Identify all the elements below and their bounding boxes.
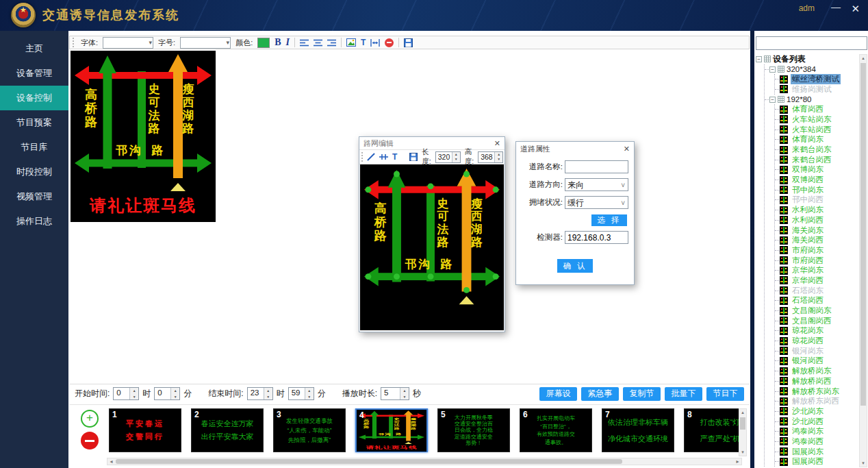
schedule-button-1[interactable]: 紧急事件 — [581, 387, 619, 401]
collapse-icon[interactable]: − — [756, 56, 762, 62]
align-right-icon[interactable] — [327, 38, 336, 48]
save-icon[interactable] — [404, 38, 413, 48]
device-node[interactable]: 沙北岗西 — [775, 417, 858, 427]
device-node[interactable]: 银河岗东 — [775, 346, 858, 356]
text-icon[interactable]: T — [392, 152, 397, 162]
sidebar-item-6[interactable]: 视频管理 — [0, 184, 68, 209]
device-node[interactable]: 双博岗东 — [775, 165, 858, 175]
playlist-item-4[interactable]: 4高桥路史可法路路邗沟瘦西湖路请礼让斑马线 — [355, 408, 428, 452]
scrollbar-thumb[interactable] — [740, 417, 745, 430]
device-node[interactable]: 京华岗东 — [775, 265, 858, 275]
playlist-item-2[interactable]: 2春运安全连万家出行平安靠大家 — [191, 408, 264, 452]
device-node[interactable]: 沙北岗东 — [775, 406, 858, 417]
start-min-spinner[interactable]: 0▲▼ — [154, 387, 180, 400]
remove-program-button[interactable] — [81, 432, 99, 449]
road-direction-dropdown[interactable]: 来向 — [565, 178, 628, 191]
scroll-up-icon[interactable]: ▴ — [860, 56, 867, 61]
save-icon[interactable] — [409, 152, 418, 162]
device-node[interactable]: 国展岗西 — [775, 457, 858, 467]
device-node[interactable]: 解放桥岗东 — [775, 366, 858, 376]
sidebar-item-1[interactable]: 设备管理 — [0, 61, 68, 86]
playlist-item-3[interactable]: 3发生轻微交通事故“人未伤，车能动”先拍照，后撤离” — [273, 408, 346, 452]
device-node[interactable]: 鸿泰岗西 — [775, 436, 858, 447]
playlist-item-1[interactable]: 1平安春运交警同行 — [109, 408, 181, 452]
bold-button[interactable]: B — [275, 38, 281, 47]
sidebar-item-3[interactable]: 节目预案 — [0, 110, 68, 135]
playlist-item-7[interactable]: 7依法治理非标车辆净化城市交通环境 — [602, 408, 674, 452]
scrollbar-thumb[interactable] — [860, 63, 866, 406]
scroll-up-icon[interactable]: ▴ — [739, 410, 746, 415]
schedule-button-0[interactable]: 屏幕设置 — [539, 387, 577, 401]
node-icon[interactable] — [379, 152, 388, 162]
device-node[interactable]: 体育岗东 — [775, 135, 858, 145]
device-node[interactable]: 水利岗东 — [775, 205, 858, 215]
collapse-icon[interactable]: − — [769, 66, 776, 73]
dialog-close-icon[interactable]: ✕ — [624, 142, 630, 156]
detector-input[interactable] — [567, 232, 626, 244]
tree-root[interactable]: −设备列表 — [756, 54, 858, 64]
device-node[interactable]: 水利岗西 — [775, 215, 858, 225]
editor-canvas[interactable]: 高桥路史可法路路邗沟瘦西湖路请礼让斑马线 路网编辑 ✕ T 长度: 320▲▼ … — [69, 51, 750, 382]
tree-group-320*384[interactable]: −320*384 — [765, 64, 858, 75]
stop-icon[interactable] — [385, 38, 394, 47]
scroll-down-icon[interactable]: ▾ — [739, 449, 746, 455]
device-node[interactable]: 来鹤台岗东 — [775, 145, 858, 155]
device-node[interactable]: 琼花岗东 — [775, 326, 858, 336]
device-node[interactable]: 京华岗西 — [775, 275, 858, 286]
device-search-input[interactable] — [756, 36, 867, 50]
playlist-item-8[interactable]: 8打击改装“灯严查严处“机 — [684, 408, 741, 452]
sidebar-item-4[interactable]: 节目库 — [0, 135, 68, 160]
device-node[interactable]: 文昌阁岗西 — [775, 316, 858, 326]
device-node[interactable]: 解放桥岗西 — [775, 376, 858, 386]
align-center-icon[interactable] — [314, 38, 322, 48]
device-node[interactable]: 解放桥东岗东 — [775, 386, 858, 397]
playlist-vertical-scrollbar[interactable]: ▴ ▾ — [739, 408, 747, 456]
minimize-icon[interactable]: — — [831, 1, 841, 12]
device-node[interactable]: 来鹤台岗西 — [775, 155, 858, 165]
sidebar-item-7[interactable]: 操作日志 — [0, 209, 68, 234]
playlist-horizontal-scrollbar[interactable]: ◂ ▸ — [107, 458, 742, 465]
device-node[interactable]: 银河岗西 — [775, 356, 858, 367]
sidebar-item-2[interactable]: 设备控制 — [0, 86, 68, 110]
road-editor-canvas[interactable]: 高桥路史可法路路邗沟瘦西湖路 — [360, 164, 504, 330]
color-swatch[interactable] — [257, 38, 270, 48]
sidebar-item-5[interactable]: 时段控制 — [0, 160, 68, 184]
scroll-right-icon[interactable]: ▸ — [734, 458, 741, 465]
device-node[interactable]: 体育岗西 — [775, 104, 858, 114]
playlist-item-6[interactable]: 6扎实开展电动车“百日整治”，有效预防道路交通事故。 — [520, 408, 592, 452]
device-node[interactable]: 火车站岗东 — [775, 114, 858, 125]
device-node[interactable]: 邗中岗东 — [775, 185, 858, 195]
device-node[interactable]: 火车站岗西 — [775, 125, 858, 135]
congestion-dropdown[interactable]: 缓行 — [565, 196, 628, 209]
add-program-button[interactable]: + — [81, 410, 99, 428]
device-node[interactable]: 石塔岗西 — [775, 296, 858, 306]
device-node[interactable]: 国展岗东 — [775, 447, 858, 457]
scroll-left-icon[interactable]: ◂ — [107, 458, 115, 465]
confirm-button[interactable]: 确 认 — [557, 259, 593, 273]
end-min-spinner[interactable]: 59▲▼ — [288, 387, 314, 400]
length-spinner[interactable]: 320▲▼ — [435, 151, 461, 163]
device-node[interactable]: 海关岗东 — [775, 225, 858, 236]
device-node[interactable]: 市府岗西 — [775, 256, 858, 266]
device-node[interactable]: 双博岗西 — [775, 175, 858, 185]
device-node[interactable]: 鸿泰岗东 — [775, 426, 858, 436]
device-node[interactable]: 解放桥东岗西 — [775, 396, 858, 406]
device-node[interactable]: 螺丝湾桥测试 — [775, 74, 858, 84]
collapse-icon[interactable]: − — [769, 97, 776, 103]
tree-scrollbar[interactable]: ▴ ▾ — [859, 54, 867, 467]
device-node[interactable]: 琼花岗西 — [775, 336, 858, 346]
schedule-button-4[interactable]: 节目下发 — [706, 387, 744, 401]
device-node[interactable]: 邗中岗西 — [775, 195, 858, 206]
scrollbar-thumb[interactable] — [116, 459, 622, 464]
device-node[interactable]: 市府岗东 — [775, 245, 858, 256]
tree-group-192*80[interactable]: −192*80 — [765, 95, 858, 105]
device-node[interactable]: 海关岗西 — [775, 235, 858, 245]
scroll-down-icon[interactable]: ▾ — [860, 460, 867, 466]
align-left-icon[interactable] — [300, 38, 309, 48]
select-button[interactable]: 选 择 — [591, 214, 627, 226]
duration-spinner[interactable]: 5▲▼ — [381, 387, 409, 400]
device-node[interactable]: 石塔岗东 — [775, 286, 858, 296]
end-hour-spinner[interactable]: 23▲▼ — [247, 387, 273, 400]
draw-line-icon[interactable] — [367, 152, 375, 162]
text-icon[interactable]: T — [361, 38, 366, 48]
